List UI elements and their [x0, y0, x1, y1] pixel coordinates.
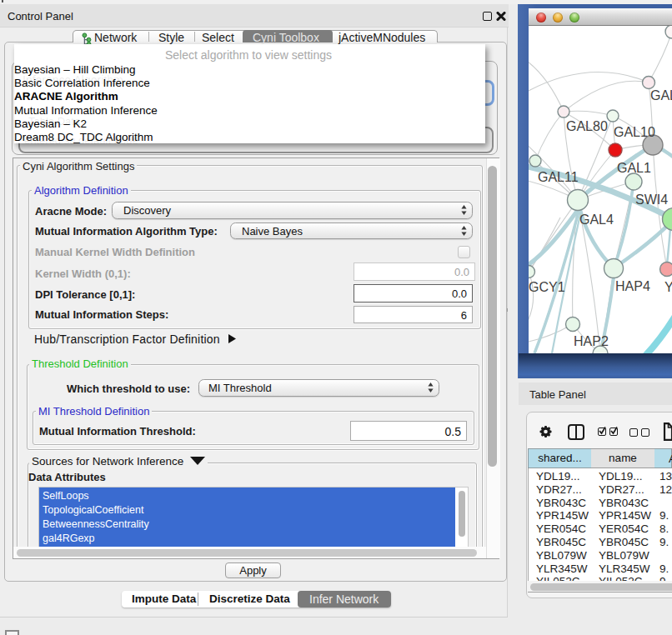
- svg-text:GAL11: GAL11: [538, 170, 579, 184]
- svg-text:GCY1: GCY1: [529, 280, 565, 294]
- svg-text:GAL1: GAL1: [617, 161, 651, 175]
- svg-text:GAL10: GAL10: [614, 125, 655, 139]
- svg-text:HAP4: HAP4: [615, 279, 650, 293]
- svg-text:GAL80: GAL80: [566, 119, 608, 133]
- svg-text:SWI4: SWI4: [635, 192, 668, 207]
- svg-text:GAL4: GAL4: [579, 212, 614, 227]
- svg-text:Y: Y: [664, 280, 672, 294]
- svg-text:GAL: GAL: [650, 88, 672, 102]
- svg-text:HAP2: HAP2: [574, 334, 609, 348]
